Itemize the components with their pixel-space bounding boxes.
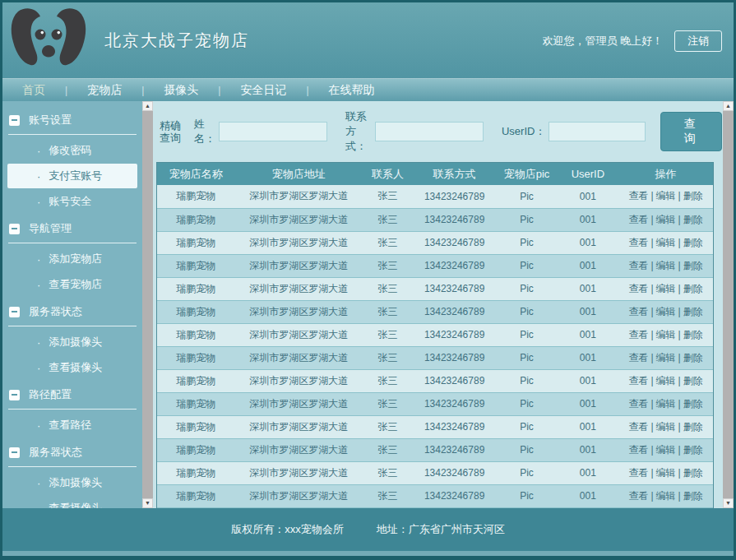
delete-link[interactable]: 删除	[683, 490, 703, 502]
sidebar-item[interactable]: ·添加摄像头	[7, 470, 137, 495]
sidebar-group-title-3[interactable]: 路径配置	[2, 381, 142, 407]
view-link[interactable]: 查看	[628, 260, 648, 271]
edit-link[interactable]: 编辑	[656, 375, 676, 386]
delete-link[interactable]: 删除	[683, 237, 703, 248]
delete-link[interactable]: 删除	[683, 260, 703, 271]
edit-link[interactable]: 编辑	[656, 306, 676, 317]
nav-item-4[interactable]: 在线帮助	[309, 83, 395, 98]
delete-link[interactable]: 删除	[683, 467, 703, 479]
minus-icon[interactable]	[9, 390, 20, 400]
delete-link[interactable]: 删除	[683, 352, 703, 363]
edit-link[interactable]: 编辑	[656, 260, 676, 271]
nav-item-3[interactable]: 安全日记	[220, 83, 306, 98]
sidebar-group-title-2[interactable]: 服务器状态	[2, 298, 142, 324]
edit-link[interactable]: 编辑	[656, 444, 676, 456]
cell-pic: Pic	[496, 231, 557, 254]
delete-link[interactable]: 删除	[683, 398, 703, 410]
search-submit-button[interactable]: 查 询	[660, 112, 722, 151]
view-link[interactable]: 查看	[628, 283, 648, 294]
sidebar-group-underline	[8, 326, 137, 326]
cell-contact: 张三	[363, 231, 413, 254]
edit-link[interactable]: 编辑	[656, 329, 676, 340]
sidebar-item[interactable]: ·支付宝账号	[7, 164, 137, 188]
edit-link[interactable]: 编辑	[656, 283, 676, 294]
column-header: 宠物店pic	[496, 163, 557, 185]
scroll-down-icon[interactable]: ▼	[723, 498, 734, 508]
sidebar-item[interactable]: ·修改密码	[7, 138, 137, 163]
view-link[interactable]: 查看	[628, 329, 648, 340]
sidebar-group-label: 服务器状态	[29, 445, 82, 460]
delete-link[interactable]: 删除	[683, 214, 703, 225]
view-link[interactable]: 查看	[628, 237, 648, 248]
edit-link[interactable]: 编辑	[656, 421, 676, 433]
sidebar-item[interactable]: ·添加宠物店	[7, 247, 137, 271]
cell-contact: 张三	[363, 461, 413, 484]
delete-link[interactable]: 删除	[683, 444, 703, 456]
delete-link[interactable]: 删除	[683, 375, 703, 386]
view-link[interactable]: 查看	[628, 352, 648, 363]
sidebar-item[interactable]: ·账号安全	[7, 189, 137, 214]
view-link[interactable]: 查看	[628, 190, 648, 201]
cell-phone: 13423246789	[413, 438, 496, 461]
main-scrollbar[interactable]: ▲ ▼	[723, 101, 734, 508]
view-link[interactable]: 查看	[628, 398, 648, 410]
view-link[interactable]: 查看	[628, 490, 648, 502]
cell-contact: 张三	[363, 300, 413, 323]
view-link[interactable]: 查看	[628, 214, 648, 225]
edit-link[interactable]: 编辑	[656, 237, 676, 248]
view-link[interactable]: 查看	[628, 306, 648, 317]
scroll-down-icon[interactable]: ▼	[142, 498, 153, 508]
delete-link[interactable]: 删除	[683, 306, 703, 317]
delete-link[interactable]: 删除	[683, 421, 703, 433]
logout-button[interactable]: 注销	[674, 30, 722, 52]
minus-icon[interactable]	[9, 447, 20, 458]
address-text: 地址：广东省广州市天河区	[377, 522, 505, 537]
minus-icon[interactable]	[9, 224, 20, 234]
cell-phone: 13423246789	[413, 254, 496, 277]
view-link[interactable]: 查看	[628, 375, 648, 386]
sidebar-group-title-0[interactable]: 账号设置	[2, 106, 142, 132]
sidebar: 账号设置·修改密码·支付宝账号·账号安全导航管理·添加宠物店·查看宠物店服务器状…	[2, 101, 142, 508]
sidebar-group-title-1[interactable]: 导航管理	[2, 215, 142, 241]
sidebar-item[interactable]: ·添加摄像头	[7, 330, 137, 354]
delete-link[interactable]: 删除	[683, 190, 703, 201]
scroll-up-icon[interactable]: ▲	[723, 101, 734, 111]
bullet-icon: ·	[37, 336, 40, 349]
sidebar-item[interactable]: ·查看摄像头	[7, 496, 137, 508]
action-separator: |	[650, 467, 653, 479]
edit-link[interactable]: 编辑	[656, 190, 676, 201]
cell-name: 瑞鹏宠物	[157, 208, 235, 231]
userid-input[interactable]	[549, 122, 646, 141]
action-separator: |	[650, 352, 653, 363]
sidebar-item[interactable]: ·查看路径	[7, 413, 137, 437]
edit-link[interactable]: 编辑	[656, 398, 676, 410]
minus-icon[interactable]	[9, 307, 20, 317]
scroll-up-icon[interactable]: ▲	[142, 101, 153, 111]
edit-link[interactable]: 编辑	[656, 214, 676, 225]
delete-link[interactable]: 删除	[683, 329, 703, 340]
sidebar-group-title-4[interactable]: 服务器状态	[2, 438, 142, 465]
edit-link[interactable]: 编辑	[656, 467, 676, 479]
cell-address: 深圳市罗湖区罗湖大道	[235, 254, 363, 277]
view-link[interactable]: 查看	[628, 421, 648, 433]
edit-link[interactable]: 编辑	[656, 490, 676, 502]
nav-item-1[interactable]: 宠物店	[67, 83, 141, 98]
nav-item-0[interactable]: 首页	[2, 83, 65, 98]
view-link[interactable]: 查看	[628, 467, 648, 479]
name-input[interactable]	[219, 122, 327, 141]
sidebar-item[interactable]: ·查看宠物店	[7, 272, 137, 297]
sidebar-item[interactable]: ·查看摄像头	[7, 355, 137, 380]
table-row: 瑞鹏宠物深圳市罗湖区罗湖大道张三13423246789Pic001查看|编辑|删…	[157, 438, 713, 461]
edit-link[interactable]: 编辑	[656, 352, 676, 363]
nav-item-2[interactable]: 摄像头	[144, 83, 218, 98]
view-link[interactable]: 查看	[628, 444, 648, 456]
sidebar-scrollbar[interactable]: ▲ ▼	[142, 101, 153, 508]
table-row: 瑞鹏宠物深圳市罗湖区罗湖大道张三13423246789Pic001查看|编辑|删…	[157, 346, 713, 369]
cell-name: 瑞鹏宠物	[157, 323, 235, 346]
sidebar-item-label: 修改密码	[49, 143, 91, 158]
contact-input[interactable]	[375, 122, 484, 141]
cell-address: 深圳市罗湖区罗湖大道	[235, 484, 363, 507]
minus-icon[interactable]	[9, 115, 20, 126]
action-separator: |	[678, 214, 681, 225]
delete-link[interactable]: 删除	[683, 283, 703, 294]
